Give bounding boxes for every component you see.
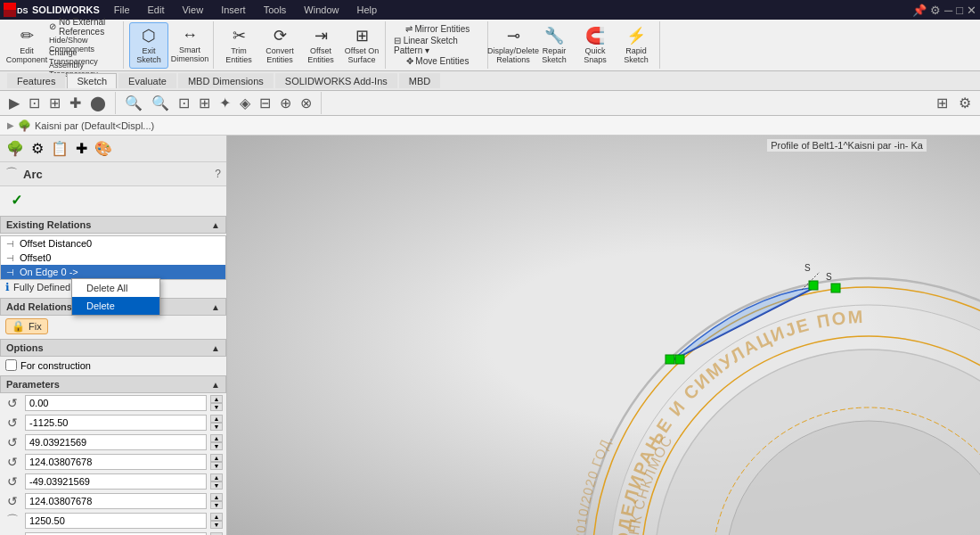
panel-tab-tree[interactable]: 🌳 xyxy=(4,137,27,160)
menu-help[interactable]: Help xyxy=(353,4,380,15)
parameters-header[interactable]: Parameters ▲ xyxy=(0,375,226,393)
param-up-0[interactable]: ▲ xyxy=(210,395,223,403)
for-construction-text: For construction xyxy=(20,360,91,371)
tool2-btn3[interactable]: ⊞ xyxy=(45,92,64,114)
param-up-2[interactable]: ▲ xyxy=(210,434,223,442)
tool2-btn2[interactable]: ⊡ xyxy=(25,92,44,114)
param-down-2[interactable]: ▼ xyxy=(210,442,223,450)
for-construction-checkbox[interactable] xyxy=(5,359,17,371)
convert-entities-button[interactable]: ⟳ ConvertEntities xyxy=(260,22,299,69)
existing-relations-header[interactable]: Existing Relations ▲ xyxy=(0,216,226,234)
options-header[interactable]: Options ▲ xyxy=(0,339,226,357)
move-entities-button[interactable]: ✥ Move Entities xyxy=(393,54,482,69)
settings-icon[interactable]: ⚙ xyxy=(930,4,941,17)
display-delete-button[interactable]: ⊸ Display/DeleteRelations xyxy=(494,22,533,69)
panel-tab-config[interactable]: 📋 xyxy=(48,137,71,160)
tool2-btn4[interactable]: ✚ xyxy=(66,92,85,114)
param-input-1[interactable] xyxy=(25,415,207,431)
relation-label-2: On Edge 0 -> xyxy=(20,267,78,277)
param-up-1[interactable]: ▲ xyxy=(210,415,223,423)
tool2-btn11[interactable]: ◈ xyxy=(236,92,254,114)
param-input-0[interactable] xyxy=(25,395,207,411)
param-input-6[interactable] xyxy=(25,513,207,529)
panel-tab-add[interactable]: ✚ xyxy=(73,137,90,160)
tool-group-exit: ⬡ ExitSketch ↔ SmartDimension xyxy=(126,21,214,69)
tool2-btn9[interactable]: ⊞ xyxy=(195,92,214,114)
tool2-btn13[interactable]: ⊕ xyxy=(276,92,295,114)
param-spin-3: ▲ ▼ xyxy=(210,454,223,470)
arc-header: ⌒ Arc ? xyxy=(0,162,226,186)
close-icon[interactable]: ✕ xyxy=(967,4,976,17)
param-down-1[interactable]: ▼ xyxy=(210,423,223,431)
ctx-delete[interactable]: Delete xyxy=(72,297,159,315)
edit-component-button[interactable]: ✏ EditComponent xyxy=(7,22,46,69)
param-up-4[interactable]: ▲ xyxy=(210,473,223,482)
quick-snaps-button[interactable]: 🧲 QuickSnaps xyxy=(576,22,615,69)
menu-file[interactable]: File xyxy=(110,4,134,15)
tool2-btn10[interactable]: ✦ xyxy=(216,92,234,114)
param-input-2[interactable] xyxy=(25,434,207,450)
tool2-btn12[interactable]: ⊟ xyxy=(256,92,274,114)
ctx-delete-all[interactable]: Delete All xyxy=(72,279,159,297)
maximize-icon[interactable]: □ xyxy=(956,4,963,17)
svg-rect-14 xyxy=(675,355,684,364)
tab-addins[interactable]: SOLIDWORKS Add-Ins xyxy=(275,73,397,88)
tab-features[interactable]: Features xyxy=(7,73,65,88)
parameters-content: ↺ ▲ ▼ ↺ ▲ ▼ xyxy=(0,393,226,535)
tool2-btn5[interactable]: ⬤ xyxy=(86,92,110,114)
param-down-4[interactable]: ▼ xyxy=(210,482,223,490)
exit-sketch-button[interactable]: ⬡ ExitSketch xyxy=(129,22,168,69)
menu-insert[interactable]: Insert xyxy=(217,4,249,15)
accept-button[interactable]: ✓ xyxy=(11,192,22,209)
mirror-entities-button[interactable]: ⇌ Mirror Entities xyxy=(393,22,482,37)
menu-tools[interactable]: Tools xyxy=(260,4,290,15)
param-input-4[interactable] xyxy=(25,473,207,490)
relation-item-2[interactable]: ⊣ On Edge 0 -> xyxy=(1,265,225,279)
menu-window[interactable]: Window xyxy=(300,4,342,15)
rapid-sketch-button[interactable]: ⚡ RapidSketch xyxy=(617,22,656,69)
param-down-6[interactable]: ▼ xyxy=(210,521,223,529)
panel-tab-props[interactable]: ⚙ xyxy=(29,137,46,160)
no-external-refs-button[interactable]: ⊘ No External References xyxy=(48,16,119,37)
relation-item-1[interactable]: ⊣ Offset0 xyxy=(1,251,225,265)
menu-view[interactable]: View xyxy=(178,4,207,15)
tool2-btn14[interactable]: ⊗ xyxy=(297,92,315,114)
for-construction-label[interactable]: For construction xyxy=(5,359,91,371)
fix-tag[interactable]: 🔒 Fix xyxy=(5,318,48,334)
param-down-5[interactable]: ▼ xyxy=(210,501,223,509)
param-up-3[interactable]: ▲ xyxy=(210,454,223,462)
param-down-3[interactable]: ▼ xyxy=(210,462,223,470)
parameters-label: Parameters xyxy=(6,379,60,390)
tab-mbd-dimensions[interactable]: MBD Dimensions xyxy=(178,73,274,88)
tool2-btn8[interactable]: ⊡ xyxy=(175,92,193,114)
tool2-btn6[interactable]: 🔍 xyxy=(121,92,146,114)
viewport[interactable]: Profile of Belt1-1^Kaisni par -in- Ka xyxy=(227,136,980,535)
tool2-btn7[interactable]: 🔍 xyxy=(148,92,173,114)
linear-pattern-button[interactable]: ⊟ Linear Sketch Pattern ▾ xyxy=(393,38,482,53)
tab-sketch[interactable]: Sketch xyxy=(67,73,117,88)
param-input-5[interactable] xyxy=(25,493,207,509)
svg-rect-11 xyxy=(809,281,818,290)
repair-sketch-button[interactable]: 🔧 RepairSketch xyxy=(535,22,574,69)
trim-entities-button[interactable]: ✂ TrimEntities xyxy=(219,22,258,69)
relation-item-0[interactable]: ⊣ Offset Distance0 xyxy=(1,236,225,251)
tab-evaluate[interactable]: Evaluate xyxy=(118,73,176,88)
panel-tab-display[interactable]: 🎨 xyxy=(92,137,115,160)
help-button[interactable]: ? xyxy=(215,168,221,180)
tool2-grid[interactable]: ⊞ xyxy=(933,92,951,114)
param-up-6[interactable]: ▲ xyxy=(210,513,223,521)
offset-surface-button[interactable]: ⊞ Offset OnSurface xyxy=(342,22,381,69)
tool2-settings[interactable]: ⚙ xyxy=(955,92,975,114)
minimize-icon[interactable]: ─ xyxy=(944,4,952,17)
tool2-btn1[interactable]: ▶ xyxy=(5,92,23,114)
svg-rect-12 xyxy=(831,284,840,292)
offset-entities-button[interactable]: ⇥ OffsetEntities xyxy=(301,22,340,69)
tab-mbd[interactable]: MBD xyxy=(399,73,440,88)
param-down-0[interactable]: ▼ xyxy=(210,403,223,411)
param-up-5[interactable]: ▲ xyxy=(210,493,223,501)
panel-scroll[interactable]: Existing Relations ▲ ⊣ Offset Distance0 … xyxy=(0,214,226,535)
pin-icon[interactable]: 📌 xyxy=(912,4,927,17)
param-input-3[interactable] xyxy=(25,454,207,470)
smart-dimension-button[interactable]: ↔ SmartDimension xyxy=(170,22,209,69)
menu-edit[interactable]: Edit xyxy=(144,4,168,15)
